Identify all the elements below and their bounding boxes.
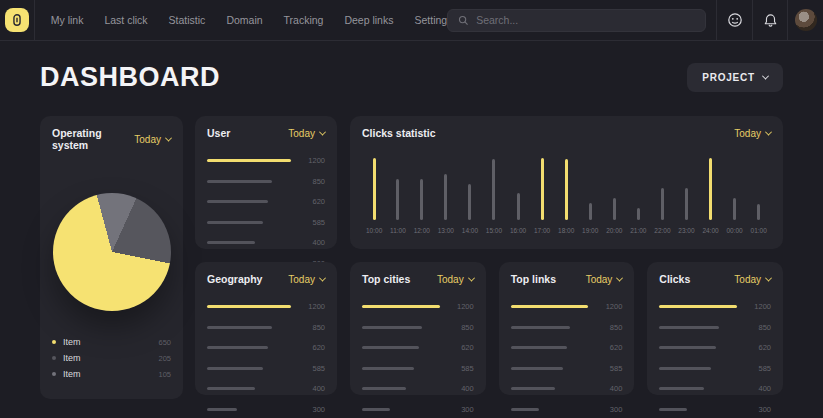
- chart-bar: [709, 158, 712, 220]
- bar-track: [511, 346, 589, 349]
- bar-row: 850: [511, 323, 623, 332]
- bar-row: 850: [207, 323, 325, 332]
- chart-bar: [420, 179, 423, 220]
- nav-item-deep-links[interactable]: Deep links: [344, 14, 393, 26]
- bar-row: 620: [362, 343, 474, 352]
- legend-dot: [52, 356, 56, 360]
- bar-row: 620: [207, 343, 325, 352]
- axis-label: 18:00: [558, 227, 574, 234]
- chart-bar: [565, 159, 568, 220]
- bar-fill: [511, 326, 571, 329]
- vbar-column: 16:00: [510, 156, 526, 234]
- user-avatar-cell[interactable]: [787, 0, 823, 41]
- bar-track: [362, 387, 440, 390]
- bar-row: 1200: [362, 302, 474, 311]
- card-user: User Today 1200850620585400300: [195, 116, 337, 249]
- search-box[interactable]: [447, 9, 706, 32]
- bar-track: [511, 305, 589, 308]
- bar-value: 850: [596, 323, 622, 332]
- project-button-label: PROJECT: [702, 72, 755, 83]
- bar-fill: [207, 326, 272, 329]
- bar-fill: [207, 367, 263, 370]
- nav-item-setting[interactable]: Setting: [414, 14, 447, 26]
- chevron-down-icon: [765, 274, 772, 281]
- bar-row: 300: [207, 405, 325, 414]
- filter-dropdown[interactable]: Today: [734, 274, 771, 285]
- bar-track: [511, 408, 589, 411]
- filter-dropdown[interactable]: Today: [288, 274, 325, 285]
- bar-fill: [362, 387, 406, 390]
- project-dropdown-button[interactable]: PROJECT: [687, 63, 783, 92]
- chart-bar: [661, 188, 664, 220]
- axis-label: 13:00: [438, 227, 454, 234]
- bar-fill: [207, 305, 291, 308]
- card-clicks: Clicks Today 1200850620585400300: [647, 262, 783, 395]
- legend-dot: [52, 372, 56, 376]
- chart-bar: [517, 193, 520, 220]
- axis-label: 22:00: [654, 227, 670, 234]
- nav-item-tracking[interactable]: Tracking: [284, 14, 324, 26]
- nav-item-my-link[interactable]: My link: [51, 14, 84, 26]
- bar-fill: [207, 221, 263, 224]
- filter-label: Today: [734, 128, 761, 139]
- vbar-column: 22:00: [654, 156, 670, 234]
- filter-dropdown[interactable]: Today: [437, 274, 474, 285]
- bar-row: 300: [659, 405, 771, 414]
- bar-fill: [511, 387, 555, 390]
- chevron-down-icon: [468, 274, 475, 281]
- logo-badge: [5, 8, 29, 32]
- bar-track: [207, 241, 291, 244]
- vbar-chart: 10:0011:0012:0013:0014:0015:0016:0017:00…: [362, 156, 771, 234]
- bar-fill: [362, 326, 422, 329]
- filter-dropdown[interactable]: Today: [134, 134, 171, 145]
- filter-dropdown[interactable]: Today: [288, 128, 325, 139]
- nav-item-last-click[interactable]: Last click: [104, 14, 147, 26]
- bar-value: 300: [448, 405, 474, 414]
- legend-item: Item205: [52, 353, 171, 363]
- axis-label: 11:00: [390, 227, 406, 234]
- chart-bar: [541, 158, 544, 220]
- emoji-face-button[interactable]: [716, 0, 752, 41]
- legend-label: Item: [63, 337, 151, 347]
- bar-track: [207, 387, 291, 390]
- search-input[interactable]: [476, 14, 695, 26]
- chart-bar: [685, 188, 688, 220]
- bell-icon: [763, 13, 778, 28]
- bar-track: [207, 221, 291, 224]
- bar-track: [207, 200, 291, 203]
- nav-item-domain[interactable]: Domain: [226, 14, 262, 26]
- chart-bar: [757, 204, 760, 220]
- bar-row: 585: [511, 364, 623, 373]
- vbar-column: 18:00: [558, 156, 574, 234]
- nav-item-statistic[interactable]: Statistic: [169, 14, 206, 26]
- filter-dropdown[interactable]: Today: [734, 128, 771, 139]
- card-top-cities: Top cities Today 1200850620585400300: [350, 262, 486, 395]
- bar-track: [362, 408, 440, 411]
- bar-row: 400: [207, 238, 325, 247]
- pie-chart: [53, 193, 171, 311]
- bar-track: [207, 180, 291, 183]
- axis-label: 23:00: [678, 227, 694, 234]
- app-logo[interactable]: [0, 0, 35, 41]
- notifications-button[interactable]: [752, 0, 788, 41]
- search-icon: [458, 15, 469, 26]
- vbar-column: 12:00: [414, 156, 430, 234]
- bar-fill: [207, 387, 255, 390]
- bar-fill: [659, 326, 719, 329]
- bar-fill: [207, 346, 268, 349]
- bar-value: 620: [596, 343, 622, 352]
- bar-track: [659, 326, 737, 329]
- bar-track: [659, 367, 737, 370]
- axis-label: 14:00: [462, 227, 478, 234]
- bar-value: 585: [299, 218, 325, 227]
- filter-dropdown[interactable]: Today: [586, 274, 623, 285]
- card-title: Clicks: [659, 273, 690, 285]
- card-geography: Geography Today 1200850620585400300: [195, 262, 337, 395]
- bar-value: 300: [596, 405, 622, 414]
- bar-track: [362, 367, 440, 370]
- bar-value: 1200: [299, 302, 325, 311]
- axis-label: 15:00: [486, 227, 502, 234]
- bar-track: [511, 367, 589, 370]
- user-avatar[interactable]: [795, 9, 817, 31]
- filter-label: Today: [437, 274, 464, 285]
